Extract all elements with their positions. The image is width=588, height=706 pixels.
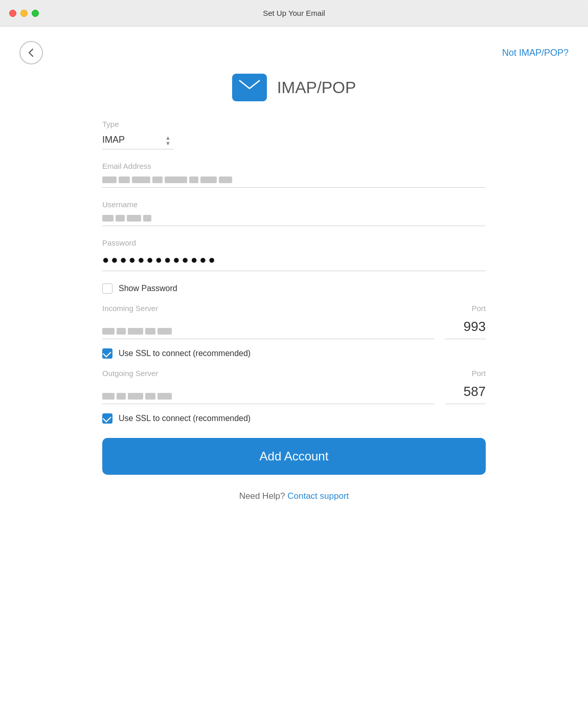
account-type-header: IMAP/POP xyxy=(0,74,588,101)
username-field-blurred[interactable] xyxy=(102,212,486,226)
help-text: Need Help? xyxy=(239,491,285,501)
incoming-server-label: Incoming Server xyxy=(102,304,461,313)
outgoing-server-label: Outgoing Server xyxy=(102,369,461,378)
email-group: Email Address xyxy=(102,162,486,188)
content-area: Not IMAP/POP? IMAP/POP Type IMAP POP xyxy=(0,27,588,706)
incoming-port-label: Port xyxy=(471,304,486,313)
password-group: Password ●●●●●●●●●●●●● xyxy=(102,238,486,271)
password-field[interactable]: ●●●●●●●●●●●●● xyxy=(102,250,486,271)
outgoing-server-input-row: 587 xyxy=(102,381,486,404)
maximize-button[interactable] xyxy=(32,10,39,17)
show-password-row: Show Password xyxy=(102,283,486,294)
window-controls xyxy=(9,10,39,17)
type-select-wrapper: IMAP POP ▲ ▼ xyxy=(102,131,174,149)
incoming-port-group: 993 xyxy=(445,316,486,339)
incoming-server-header: Incoming Server Port xyxy=(102,304,486,313)
type-select[interactable]: IMAP POP xyxy=(102,131,174,149)
show-password-label: Show Password xyxy=(119,284,177,293)
add-account-button[interactable]: Add Account xyxy=(102,438,486,475)
username-label: Username xyxy=(102,200,486,209)
window: Set Up Your Email Not IMAP/POP? IMAP/POP xyxy=(0,0,588,706)
outgoing-ssl-checkbox[interactable] xyxy=(102,413,112,424)
minimize-button[interactable] xyxy=(20,10,28,17)
type-label: Type xyxy=(102,120,486,128)
username-group: Username xyxy=(102,200,486,226)
form-container: Type IMAP POP ▲ ▼ Email Address xyxy=(0,120,588,532)
incoming-ssl-label: Use SSL to connect (recommended) xyxy=(119,349,251,358)
incoming-server-section: Incoming Server Port 993 xyxy=(102,304,486,339)
outgoing-port-label: Port xyxy=(471,369,486,378)
back-arrow-icon xyxy=(27,48,36,57)
incoming-server-field[interactable] xyxy=(102,325,435,339)
envelope-icon xyxy=(239,79,260,96)
help-row: Need Help? Contact support xyxy=(102,491,486,512)
incoming-server-input-row: 993 xyxy=(102,316,486,339)
incoming-ssl-row: Use SSL to connect (recommended) xyxy=(102,348,486,359)
mail-icon xyxy=(232,74,267,101)
not-imap-link[interactable]: Not IMAP/POP? xyxy=(502,48,569,58)
account-type-title: IMAP/POP xyxy=(277,78,356,97)
outgoing-server-field[interactable] xyxy=(102,390,435,404)
outgoing-ssl-label: Use SSL to connect (recommended) xyxy=(119,414,251,423)
email-field-blurred[interactable] xyxy=(102,173,486,188)
password-label: Password xyxy=(102,238,486,247)
back-button[interactable] xyxy=(19,41,43,64)
show-password-checkbox[interactable] xyxy=(102,283,112,294)
window-title: Set Up Your Email xyxy=(263,9,325,17)
outgoing-ssl-row: Use SSL to connect (recommended) xyxy=(102,413,486,424)
incoming-ssl-checkbox[interactable] xyxy=(102,348,112,359)
header-row: Not IMAP/POP? xyxy=(0,27,588,74)
outgoing-port-value[interactable]: 587 xyxy=(445,381,486,404)
incoming-port-value[interactable]: 993 xyxy=(445,316,486,339)
type-group: Type IMAP POP ▲ ▼ xyxy=(102,120,486,149)
outgoing-port-group: 587 xyxy=(445,381,486,404)
outgoing-server-header: Outgoing Server Port xyxy=(102,369,486,378)
titlebar: Set Up Your Email xyxy=(0,0,588,27)
close-button[interactable] xyxy=(9,10,16,17)
contact-support-link[interactable]: Contact support xyxy=(287,491,349,501)
email-label: Email Address xyxy=(102,162,486,170)
outgoing-server-section: Outgoing Server Port 587 xyxy=(102,369,486,404)
